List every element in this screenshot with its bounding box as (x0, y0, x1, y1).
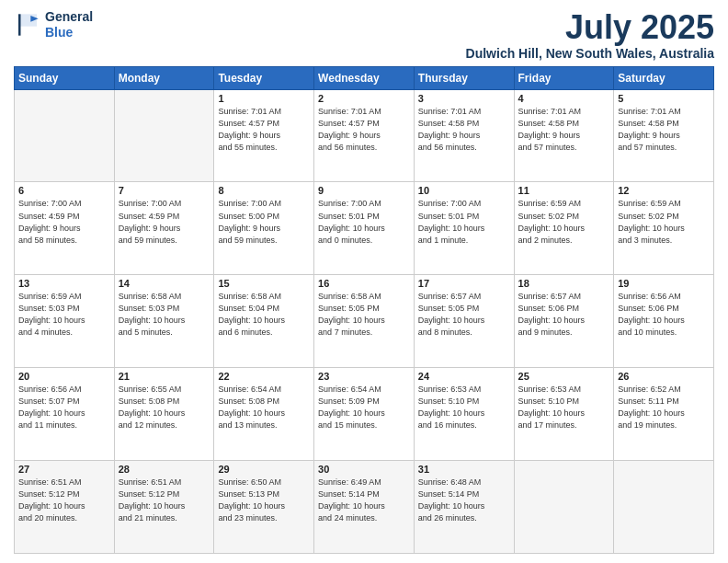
calendar-week-row: 6Sunrise: 7:00 AM Sunset: 4:59 PM Daylig… (15, 182, 714, 275)
calendar-cell: 15Sunrise: 6:58 AM Sunset: 5:04 PM Dayli… (214, 275, 314, 368)
day-number: 19 (618, 278, 710, 289)
day-number: 7 (119, 185, 210, 196)
day-info: Sunrise: 6:48 AM Sunset: 5:14 PM Dayligh… (418, 477, 510, 524)
calendar-cell: 20Sunrise: 6:56 AM Sunset: 5:07 PM Dayli… (15, 368, 115, 461)
calendar-week-row: 1Sunrise: 7:01 AM Sunset: 4:57 PM Daylig… (15, 89, 714, 182)
day-info: Sunrise: 6:59 AM Sunset: 5:02 PM Dayligh… (618, 198, 710, 246)
day-info: Sunrise: 6:56 AM Sunset: 5:06 PM Dayligh… (618, 291, 710, 339)
calendar-cell: 26Sunrise: 6:52 AM Sunset: 5:11 PM Dayli… (614, 368, 714, 461)
day-info: Sunrise: 6:54 AM Sunset: 5:09 PM Dayligh… (318, 384, 410, 431)
day-number: 9 (318, 185, 410, 196)
day-number: 8 (218, 185, 310, 196)
calendar-cell (15, 89, 115, 182)
day-number: 17 (418, 278, 510, 289)
col-wednesday: Wednesday (314, 66, 415, 89)
day-info: Sunrise: 6:49 AM Sunset: 5:14 PM Dayligh… (318, 477, 410, 524)
day-info: Sunrise: 7:01 AM Sunset: 4:58 PM Dayligh… (418, 106, 510, 154)
calendar-cell: 21Sunrise: 6:55 AM Sunset: 5:08 PM Dayli… (114, 368, 214, 461)
location-title: Dulwich Hill, New South Wales, Australia (466, 46, 714, 61)
day-number: 26 (618, 371, 710, 382)
calendar-cell: 31Sunrise: 6:48 AM Sunset: 5:14 PM Dayli… (414, 461, 514, 554)
day-number: 16 (318, 278, 410, 289)
day-number: 4 (518, 93, 610, 104)
calendar-cell: 1Sunrise: 7:01 AM Sunset: 4:57 PM Daylig… (214, 89, 314, 182)
day-info: Sunrise: 7:01 AM Sunset: 4:57 PM Dayligh… (218, 106, 310, 154)
calendar-week-row: 20Sunrise: 6:56 AM Sunset: 5:07 PM Dayli… (15, 368, 714, 461)
day-number: 28 (119, 464, 210, 475)
calendar-cell: 18Sunrise: 6:57 AM Sunset: 5:06 PM Dayli… (514, 275, 614, 368)
calendar-cell: 8Sunrise: 7:00 AM Sunset: 5:00 PM Daylig… (214, 182, 314, 275)
day-number: 14 (119, 278, 210, 289)
calendar-cell: 30Sunrise: 6:49 AM Sunset: 5:14 PM Dayli… (314, 461, 415, 554)
day-number: 15 (218, 278, 310, 289)
day-number: 31 (418, 464, 510, 475)
calendar-cell: 19Sunrise: 6:56 AM Sunset: 5:06 PM Dayli… (614, 275, 714, 368)
day-info: Sunrise: 6:57 AM Sunset: 5:06 PM Dayligh… (518, 291, 610, 339)
calendar-cell: 11Sunrise: 6:59 AM Sunset: 5:02 PM Dayli… (514, 182, 614, 275)
day-info: Sunrise: 6:58 AM Sunset: 5:04 PM Dayligh… (218, 291, 310, 339)
day-info: Sunrise: 7:00 AM Sunset: 4:59 PM Dayligh… (18, 198, 110, 246)
day-number: 21 (119, 371, 210, 382)
calendar-cell: 22Sunrise: 6:54 AM Sunset: 5:08 PM Dayli… (214, 368, 314, 461)
calendar-header-row: Sunday Monday Tuesday Wednesday Thursday… (15, 66, 714, 89)
day-info: Sunrise: 7:00 AM Sunset: 4:59 PM Dayligh… (119, 198, 210, 246)
day-info: Sunrise: 7:01 AM Sunset: 4:58 PM Dayligh… (518, 106, 610, 154)
col-sunday: Sunday (15, 66, 115, 89)
day-info: Sunrise: 6:51 AM Sunset: 5:12 PM Dayligh… (119, 477, 210, 524)
day-info: Sunrise: 6:59 AM Sunset: 5:02 PM Dayligh… (518, 198, 610, 246)
logo: General Blue (14, 9, 93, 40)
col-tuesday: Tuesday (214, 66, 314, 89)
day-number: 25 (518, 371, 610, 382)
calendar-cell: 5Sunrise: 7:01 AM Sunset: 4:58 PM Daylig… (614, 89, 714, 182)
day-number: 18 (518, 278, 610, 289)
day-info: Sunrise: 6:55 AM Sunset: 5:08 PM Dayligh… (119, 384, 210, 431)
calendar-cell: 14Sunrise: 6:58 AM Sunset: 5:03 PM Dayli… (114, 275, 214, 368)
day-number: 30 (318, 464, 410, 475)
day-number: 3 (418, 93, 510, 104)
col-saturday: Saturday (614, 66, 714, 89)
day-number: 6 (18, 185, 110, 196)
day-number: 5 (618, 93, 710, 104)
day-number: 20 (18, 371, 110, 382)
col-friday: Friday (514, 66, 614, 89)
calendar-cell: 13Sunrise: 6:59 AM Sunset: 5:03 PM Dayli… (15, 275, 115, 368)
calendar-cell: 3Sunrise: 7:01 AM Sunset: 4:58 PM Daylig… (414, 89, 514, 182)
day-info: Sunrise: 6:52 AM Sunset: 5:11 PM Dayligh… (618, 384, 710, 431)
col-thursday: Thursday (414, 66, 514, 89)
day-info: Sunrise: 6:56 AM Sunset: 5:07 PM Dayligh… (18, 384, 110, 431)
calendar-cell: 7Sunrise: 7:00 AM Sunset: 4:59 PM Daylig… (114, 182, 214, 275)
calendar: Sunday Monday Tuesday Wednesday Thursday… (14, 66, 714, 554)
day-info: Sunrise: 7:00 AM Sunset: 5:01 PM Dayligh… (318, 198, 410, 246)
calendar-cell: 6Sunrise: 7:00 AM Sunset: 4:59 PM Daylig… (15, 182, 115, 275)
day-info: Sunrise: 7:00 AM Sunset: 5:00 PM Dayligh… (218, 198, 310, 246)
svg-rect-3 (18, 14, 21, 35)
day-info: Sunrise: 6:57 AM Sunset: 5:05 PM Dayligh… (418, 291, 510, 339)
calendar-cell: 12Sunrise: 6:59 AM Sunset: 5:02 PM Dayli… (614, 182, 714, 275)
calendar-cell: 16Sunrise: 6:58 AM Sunset: 5:05 PM Dayli… (314, 275, 415, 368)
day-number: 2 (318, 93, 410, 104)
calendar-cell: 2Sunrise: 7:01 AM Sunset: 4:57 PM Daylig… (314, 89, 415, 182)
calendar-cell (514, 461, 614, 554)
calendar-week-row: 27Sunrise: 6:51 AM Sunset: 5:12 PM Dayli… (15, 461, 714, 554)
title-block: July 2025 Dulwich Hill, New South Wales,… (466, 9, 714, 61)
day-number: 24 (418, 371, 510, 382)
logo-icon (14, 11, 41, 39)
calendar-cell (614, 461, 714, 554)
calendar-cell: 9Sunrise: 7:00 AM Sunset: 5:01 PM Daylig… (314, 182, 415, 275)
calendar-cell: 24Sunrise: 6:53 AM Sunset: 5:10 PM Dayli… (414, 368, 514, 461)
day-number: 23 (318, 371, 410, 382)
calendar-cell: 10Sunrise: 7:00 AM Sunset: 5:01 PM Dayli… (414, 182, 514, 275)
calendar-cell: 25Sunrise: 6:53 AM Sunset: 5:10 PM Dayli… (514, 368, 614, 461)
day-info: Sunrise: 6:53 AM Sunset: 5:10 PM Dayligh… (418, 384, 510, 431)
day-number: 12 (618, 185, 710, 196)
day-info: Sunrise: 7:01 AM Sunset: 4:57 PM Dayligh… (318, 106, 410, 154)
calendar-cell: 27Sunrise: 6:51 AM Sunset: 5:12 PM Dayli… (15, 461, 115, 554)
day-number: 27 (18, 464, 110, 475)
day-number: 11 (518, 185, 610, 196)
calendar-cell: 17Sunrise: 6:57 AM Sunset: 5:05 PM Dayli… (414, 275, 514, 368)
day-info: Sunrise: 6:54 AM Sunset: 5:08 PM Dayligh… (218, 384, 310, 431)
day-number: 1 (218, 93, 310, 104)
day-info: Sunrise: 6:59 AM Sunset: 5:03 PM Dayligh… (18, 291, 110, 339)
col-monday: Monday (114, 66, 214, 89)
calendar-week-row: 13Sunrise: 6:59 AM Sunset: 5:03 PM Dayli… (15, 275, 714, 368)
